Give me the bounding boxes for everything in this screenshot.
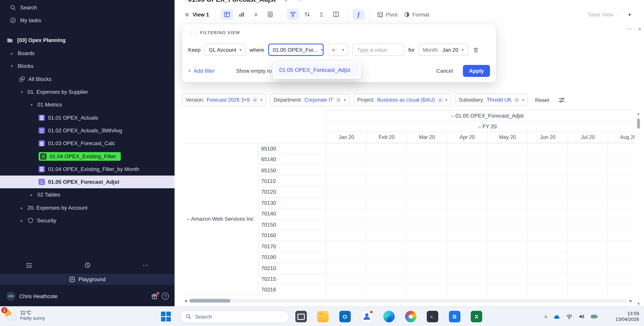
- value-cell[interactable]: [568, 154, 608, 165]
- view-menu-icon[interactable]: ≡: [185, 11, 189, 18]
- photos-app-icon[interactable]: [405, 311, 416, 322]
- chevron-down-icon[interactable]: ▾: [446, 98, 447, 102]
- value-cell[interactable]: [608, 165, 634, 176]
- scroll-left-icon[interactable]: ◀: [184, 299, 187, 302]
- column-header[interactable]: May 20: [488, 132, 528, 143]
- value-cell[interactable]: [568, 208, 608, 219]
- value-cell[interactable]: [447, 230, 487, 241]
- grid-view-button[interactable]: [221, 9, 233, 20]
- value-cell[interactable]: [366, 143, 407, 154]
- volume-icon[interactable]: [578, 313, 585, 320]
- value-cell[interactable]: [527, 176, 568, 187]
- pivot-button[interactable]: Pivot: [375, 9, 400, 20]
- columns-button[interactable]: [330, 9, 342, 20]
- add-filter-button[interactable]: + Add filter: [188, 68, 215, 74]
- show-empty-rows-label[interactable]: Show empty ro: [236, 68, 272, 74]
- value-cell[interactable]: [407, 143, 447, 154]
- value-cell[interactable]: [407, 230, 447, 241]
- value-cell[interactable]: [608, 154, 634, 165]
- horizontal-scroll-thumb[interactable]: [190, 299, 230, 302]
- value-cell[interactable]: [487, 263, 527, 274]
- value-cell[interactable]: [527, 263, 568, 274]
- value-cell[interactable]: [487, 274, 527, 285]
- chip-remove-icon[interactable]: ×: [437, 97, 443, 103]
- sidebar-item[interactable]: 01.05 OPEX_Forecast_Adjst: [0, 176, 174, 188]
- row-header-gl-code[interactable]: 70150: [259, 219, 326, 230]
- chart-view-button[interactable]: [235, 9, 248, 20]
- battery-icon[interactable]: [591, 313, 598, 320]
- column-header[interactable]: Aug 20: [608, 132, 634, 143]
- value-cell[interactable]: [527, 208, 568, 219]
- tray-expand-icon[interactable]: ∧: [544, 314, 548, 319]
- value-cell[interactable]: [407, 274, 447, 285]
- value-cell[interactable]: [407, 241, 447, 252]
- cancel-button[interactable]: Cancel: [432, 65, 457, 76]
- value-cell[interactable]: [487, 208, 527, 219]
- value-cell[interactable]: [527, 284, 568, 295]
- value-cell[interactable]: [608, 187, 634, 198]
- value-cell[interactable]: [608, 263, 634, 274]
- value-cell[interactable]: [608, 208, 634, 219]
- vertical-scrollbar[interactable]: ▲ ▼: [636, 112, 641, 306]
- row-header-gl-code[interactable]: 65150: [259, 165, 326, 176]
- value-cell[interactable]: [447, 284, 487, 295]
- collapse-panel-icon[interactable]: »: [636, 27, 642, 30]
- sidebar-item[interactable]: 01.04 OPEX_Existing_Filter: [0, 150, 174, 163]
- value-cell[interactable]: [487, 219, 527, 230]
- operator-select[interactable]: = ▾: [328, 44, 348, 56]
- value-cell[interactable]: [447, 198, 487, 209]
- row-header-gl-code[interactable]: 70120: [259, 187, 326, 198]
- value-cell[interactable]: [447, 165, 487, 176]
- value-cell[interactable]: [407, 198, 447, 209]
- avatar[interactable]: CH: [6, 292, 15, 300]
- filter-chip[interactable]: Version:Forecast 2026 3+9×▾: [182, 94, 266, 106]
- value-cell[interactable]: [447, 219, 487, 230]
- value-cell[interactable]: [366, 198, 407, 209]
- vertical-scroll-thumb[interactable]: [637, 118, 640, 129]
- sidebar-item[interactable]: 01.02 OPEX_Actuals_3MthAvg: [0, 124, 174, 137]
- value-cell[interactable]: [608, 143, 634, 154]
- value-cell[interactable]: [366, 230, 407, 241]
- value-cell[interactable]: [326, 219, 366, 230]
- value-cell[interactable]: [568, 143, 608, 154]
- taskbar-search[interactable]: Search: [180, 310, 289, 323]
- chevron-right-icon[interactable]: ▸: [29, 193, 34, 197]
- gift-button[interactable]: [151, 293, 158, 299]
- value-cell[interactable]: [326, 274, 366, 285]
- value-cell[interactable]: [326, 143, 366, 154]
- value-cell[interactable]: [407, 208, 447, 219]
- more-options-icon[interactable]: ⋯: [627, 26, 632, 32]
- sidebar-item-search[interactable]: Search: [0, 1, 174, 14]
- value-cell[interactable]: [407, 176, 447, 187]
- horizontal-scrollbar[interactable]: ◀ ▶: [184, 298, 632, 303]
- windows-start-icon[interactable]: [161, 311, 171, 321]
- value-cell[interactable]: [326, 241, 366, 252]
- value-cell[interactable]: [608, 252, 634, 263]
- sidebar-item[interactable]: 01.04 OPEX_Existing_Filter_by Month: [0, 163, 174, 176]
- more-options-button[interactable]: ⋯: [116, 259, 174, 271]
- scroll-right-icon[interactable]: ▶: [630, 299, 632, 302]
- value-cell[interactable]: [326, 208, 366, 219]
- wifi-icon[interactable]: [566, 313, 572, 320]
- sidebar-item[interactable]: ▸Boards: [0, 47, 174, 60]
- user-row[interactable]: CH Chris Heathcote ?: [0, 292, 174, 306]
- chevron-down-icon[interactable]: ▾: [344, 98, 346, 102]
- sort-button[interactable]: [301, 9, 313, 20]
- value-cell[interactable]: [366, 284, 407, 295]
- value-cell[interactable]: [608, 198, 634, 209]
- value-cell[interactable]: [487, 154, 527, 165]
- value-cell[interactable]: [447, 176, 487, 187]
- value-cell[interactable]: [407, 219, 447, 230]
- chip-remove-icon[interactable]: ×: [336, 97, 342, 103]
- filter-button[interactable]: [287, 9, 299, 20]
- metric-header[interactable]: – 01.05 OPEX_Forecast_Adjst: [326, 110, 634, 121]
- help-button[interactable]: ?: [162, 293, 169, 300]
- value-cell[interactable]: [527, 230, 568, 241]
- value-cell[interactable]: [527, 187, 568, 198]
- field-select[interactable]: 01.05 OPEX_For... ▾: [268, 44, 324, 56]
- value-cell[interactable]: [568, 176, 608, 187]
- apply-button[interactable]: Apply: [463, 65, 490, 77]
- aggregate-button[interactable]: Σ: [315, 9, 328, 20]
- value-cell[interactable]: [608, 241, 634, 252]
- row-header-gl-code[interactable]: 70216: [259, 284, 326, 295]
